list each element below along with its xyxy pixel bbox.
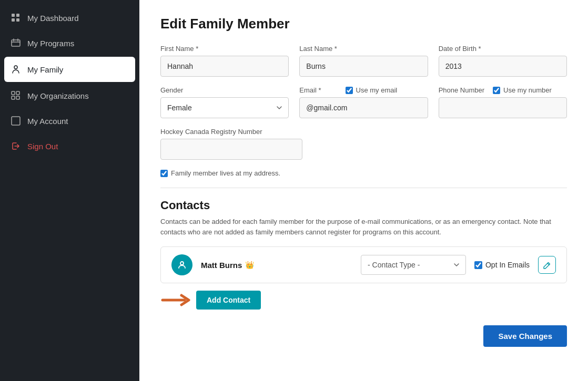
last-name-group: Last Name * [299, 45, 428, 77]
sidebar-item-account[interactable]: My Account [0, 108, 139, 133]
sidebar-programs-label: My Programs [27, 39, 74, 48]
hcr-label: Hockey Canada Registry Number [160, 128, 302, 136]
email-group: Email * Use my email [299, 86, 428, 118]
svg-rect-2 [12, 18, 15, 22]
hcr-input[interactable] [160, 139, 302, 160]
phone-group: Phone Number Use my number [439, 86, 567, 118]
add-contact-button[interactable]: Add Contact [196, 291, 261, 310]
crown-icon: 👑 [245, 261, 254, 269]
dashboard-icon [11, 13, 21, 23]
gender-label: Gender [160, 86, 289, 94]
sidebar-account-label: My Account [27, 117, 68, 126]
edit-contact-button[interactable] [538, 256, 556, 274]
email-input[interactable] [299, 97, 428, 118]
sidebar-item-signout[interactable]: Sign Out [0, 133, 139, 159]
phone-input[interactable] [439, 97, 567, 118]
sidebar-item-family[interactable]: My Family [4, 57, 135, 82]
opt-in-emails-label[interactable]: Opt In Emails [474, 261, 530, 269]
contacts-section: Contacts Contacts can be added for each … [160, 199, 567, 310]
contact-avatar [171, 254, 192, 275]
save-row: Save Changes [160, 325, 567, 347]
sidebar: My Dashboard My Programs My Family My Or… [0, 0, 139, 381]
family-icon [11, 64, 21, 75]
last-name-label: Last Name * [299, 45, 428, 53]
email-label: Email * Use my email [299, 86, 428, 94]
last-name-input[interactable] [299, 56, 428, 77]
contact-name: Matt Burns 👑 [201, 261, 352, 270]
gender-select[interactable]: Female Male Other Prefer not to say [160, 97, 289, 118]
name-dob-row: First Name * Last Name * Date of Birth * [160, 45, 567, 77]
svg-rect-1 [16, 14, 19, 17]
sidebar-item-organizations[interactable]: My Organizations [0, 83, 139, 108]
svg-rect-7 [16, 91, 19, 95]
sidebar-family-label: My Family [27, 65, 63, 74]
programs-icon [11, 38, 21, 48]
hcr-row: Hockey Canada Registry Number [160, 128, 567, 160]
svg-rect-0 [12, 14, 15, 17]
first-name-group: First Name * [160, 45, 289, 77]
sidebar-organizations-label: My Organizations [27, 91, 89, 100]
family-address-row: Family member lives at my address. [160, 169, 567, 177]
gender-email-phone-row: Gender Female Male Other Prefer not to s… [160, 86, 567, 118]
sidebar-signout-label: Sign Out [27, 142, 58, 151]
svg-rect-8 [12, 96, 15, 99]
hcr-group: Hockey Canada Registry Number [160, 128, 302, 160]
dob-label: Date of Birth * [439, 45, 567, 53]
svg-rect-4 [12, 40, 20, 46]
account-icon [11, 116, 21, 126]
save-changes-button[interactable]: Save Changes [483, 325, 567, 347]
family-address-checkbox-label[interactable]: Family member lives at my address. [160, 169, 280, 177]
svg-rect-3 [16, 18, 19, 22]
contact-card: Matt Burns 👑 - Contact Type - Emergency … [160, 246, 567, 283]
family-address-checkbox[interactable] [160, 170, 168, 177]
gender-group: Gender Female Male Other Prefer not to s… [160, 86, 289, 118]
add-contact-row: Add Contact [160, 291, 567, 310]
use-my-email-label[interactable]: Use my email [346, 86, 398, 94]
use-my-number-checkbox[interactable] [493, 87, 500, 94]
svg-rect-10 [12, 117, 20, 125]
sidebar-dashboard-label: My Dashboard [27, 14, 79, 23]
organizations-icon [11, 90, 21, 101]
contacts-description: Contacts can be added for each family me… [160, 217, 567, 237]
contacts-title: Contacts [160, 199, 567, 212]
sidebar-item-dashboard[interactable]: My Dashboard [0, 5, 139, 30]
contact-type-select[interactable]: - Contact Type - Emergency Contact Paren… [361, 255, 466, 275]
use-my-email-checkbox[interactable] [346, 87, 353, 94]
dob-group: Date of Birth * [439, 45, 567, 77]
svg-rect-9 [16, 96, 19, 99]
page-title: Edit Family Member [160, 16, 567, 32]
first-name-label: First Name * [160, 45, 289, 53]
phone-label: Phone Number Use my number [439, 86, 567, 94]
section-divider [160, 188, 567, 188]
opt-in-emails-checkbox[interactable] [474, 261, 482, 269]
dob-input[interactable] [439, 56, 567, 77]
first-name-input[interactable] [160, 56, 289, 77]
svg-rect-6 [12, 91, 15, 95]
sidebar-item-programs[interactable]: My Programs [0, 30, 139, 56]
signout-icon [11, 141, 21, 151]
svg-point-5 [14, 66, 17, 69]
arrow-icon [160, 292, 192, 308]
main-content: Edit Family Member First Name * Last Nam… [139, 0, 588, 381]
use-my-number-label[interactable]: Use my number [493, 86, 552, 94]
